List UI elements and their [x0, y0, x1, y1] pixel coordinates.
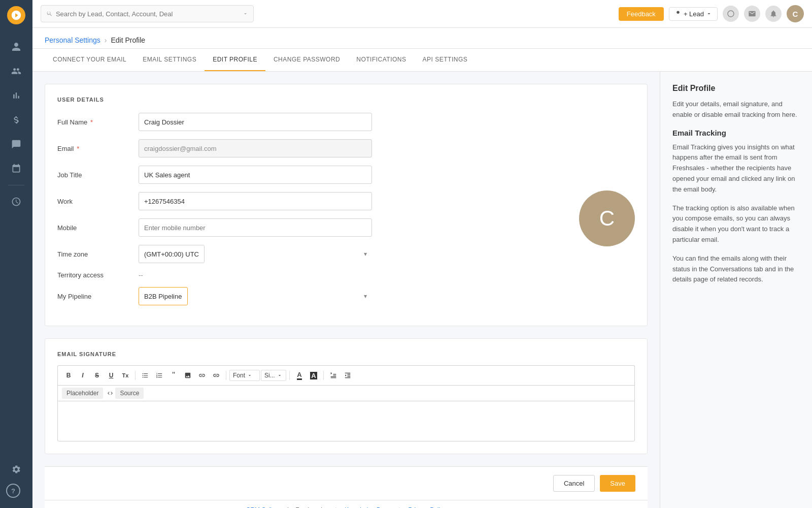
italic-btn[interactable]: I — [76, 369, 89, 382]
source-btn-wrapper[interactable]: Source — [107, 388, 144, 399]
sidebar-item-money[interactable] — [6, 110, 26, 130]
sidebar-item-deals[interactable] — [6, 85, 26, 106]
blockquote-btn[interactable]: " — [167, 369, 180, 382]
job-title-row: Job Title — [57, 166, 559, 184]
tab-notifications[interactable]: NOTIFICATIONS — [348, 49, 414, 71]
tab-change-password[interactable]: CHANGE PASSWORD — [265, 49, 348, 71]
user-details-card: USER DETAILS Full Name * — [45, 84, 648, 326]
strikethrough-btn[interactable]: S — [90, 369, 104, 382]
user-avatar-large: C — [579, 190, 635, 246]
ordered-list-btn[interactable] — [153, 369, 166, 382]
user-avatar[interactable]: C — [787, 5, 804, 22]
toolbar-sep-3 — [289, 371, 290, 380]
pipeline-select-wrapper: B2B Pipeline — [139, 287, 372, 305]
sidebar-item-settings[interactable] — [6, 459, 26, 480]
territory-label: Territory access — [57, 271, 139, 279]
search-area[interactable] — [41, 5, 254, 22]
editor-body[interactable] — [57, 401, 635, 441]
unlink-btn[interactable] — [210, 369, 223, 382]
outdent-btn[interactable] — [341, 369, 354, 382]
sidebar-item-people[interactable] — [6, 61, 26, 81]
sidebar-item-analytics[interactable] — [6, 192, 26, 212]
search-input[interactable] — [56, 10, 243, 18]
job-title-label: Job Title — [57, 171, 139, 179]
work-row: Work — [57, 192, 559, 210]
panel-title: Edit Profile — [672, 84, 800, 93]
timezone-row: Time zone (GMT+00:00) UTC — [57, 245, 559, 263]
tabs-bar: CONNECT YOUR EMAIL EMAIL SETTINGS EDIT P… — [32, 49, 812, 72]
user-icon — [674, 10, 682, 17]
job-title-input[interactable] — [139, 166, 372, 184]
feedback-button[interactable]: Feedback — [619, 7, 664, 21]
search-dropdown-icon[interactable] — [243, 11, 248, 17]
sidebar-item-calendar[interactable] — [6, 158, 26, 179]
bell-icon — [769, 10, 777, 18]
email-required: * — [77, 145, 79, 152]
timezone-select[interactable]: (GMT+00:00) UTC — [139, 245, 205, 263]
territory-value: -- — [139, 271, 559, 279]
save-button[interactable]: Save — [600, 475, 635, 492]
placeholder-btn[interactable]: Placeholder — [62, 388, 103, 399]
add-lead-chevron-icon — [706, 11, 712, 17]
email-label: Email * — [57, 145, 139, 152]
source-btn[interactable]: Source — [115, 388, 144, 399]
tools-icon — [727, 10, 735, 18]
user-details-title: USER DETAILS — [57, 97, 635, 103]
breadcrumb-separator: › — [105, 36, 107, 44]
page-body: USER DETAILS Full Name * — [32, 72, 812, 508]
add-lead-button[interactable]: + Lead — [669, 7, 718, 21]
sidebar-help-btn[interactable]: ? — [6, 484, 20, 498]
full-name-required: * — [90, 118, 93, 126]
font-selector[interactable]: Font — [229, 370, 260, 381]
mobile-input[interactable] — [139, 218, 372, 237]
underline-btn[interactable]: U — [105, 369, 118, 382]
breadcrumb-parent[interactable]: Personal Settings — [45, 36, 100, 44]
pipeline-select[interactable]: B2B Pipeline — [139, 287, 188, 305]
tab-api-settings[interactable]: API SETTINGS — [415, 49, 476, 71]
email-row: Email * — [57, 139, 559, 157]
mobile-label: Mobile — [57, 224, 139, 232]
email-input[interactable] — [139, 139, 372, 157]
size-selector[interactable]: Si... — [261, 370, 286, 381]
image-btn[interactable] — [181, 369, 194, 382]
work-input[interactable] — [139, 192, 372, 210]
bold-btn[interactable]: B — [62, 369, 75, 382]
work-label: Work — [57, 198, 139, 205]
topnav-right: Feedback + Lead C — [619, 5, 804, 22]
sidebar-item-conversations[interactable] — [6, 134, 26, 154]
font-chevron-icon — [247, 373, 252, 378]
email-icon-btn[interactable] — [744, 6, 760, 22]
app-logo[interactable] — [7, 6, 25, 24]
font-color-btn[interactable]: A — [293, 369, 306, 382]
email-signature-title: EMAIL SIGNATURE — [57, 351, 635, 357]
right-panel: Edit Profile Edit your details, email si… — [660, 72, 812, 508]
sidebar-item-contacts[interactable] — [6, 37, 26, 57]
pipeline-row: My Pipeline B2B Pipeline — [57, 287, 559, 305]
breadcrumb-current: Edit Profile — [111, 36, 145, 44]
details-with-avatar: Full Name * Email * — [57, 113, 635, 313]
pipeline-label: My Pipeline — [57, 293, 139, 300]
tab-email-settings[interactable]: EMAIL SETTINGS — [134, 49, 205, 71]
search-icon — [46, 10, 53, 17]
unordered-list-btn[interactable] — [139, 369, 152, 382]
toolbar-sep-4 — [323, 371, 324, 380]
toolbar-sep-1 — [135, 371, 136, 380]
bg-color-btn[interactable]: A — [307, 369, 320, 382]
tab-edit-profile[interactable]: EDIT PROFILE — [205, 49, 265, 71]
indent-btn[interactable] — [327, 369, 340, 382]
tab-connect-email[interactable]: CONNECT YOUR EMAIL — [45, 49, 134, 71]
territory-row: Territory access -- — [57, 271, 559, 279]
sidebar-bottom: ? — [6, 457, 26, 502]
link-btn[interactable] — [195, 369, 209, 382]
notification-icon-btn[interactable] — [765, 6, 782, 22]
panel-description: Edit your details, email signature, and … — [672, 99, 800, 120]
cancel-button[interactable]: Cancel — [553, 475, 595, 492]
details-fields: Full Name * Email * — [57, 113, 559, 313]
tools-icon-btn[interactable] — [723, 6, 739, 22]
email-tracking-p1: Email Tracking gives you insights on wha… — [672, 142, 800, 195]
full-name-input[interactable] — [139, 113, 372, 131]
clear-format-btn[interactable]: Tx — [119, 369, 132, 382]
email-tracking-p2: The tracking option is also available wh… — [672, 203, 800, 245]
add-lead-label: + Lead — [684, 10, 704, 18]
timezone-select-wrapper: (GMT+00:00) UTC — [139, 245, 372, 263]
